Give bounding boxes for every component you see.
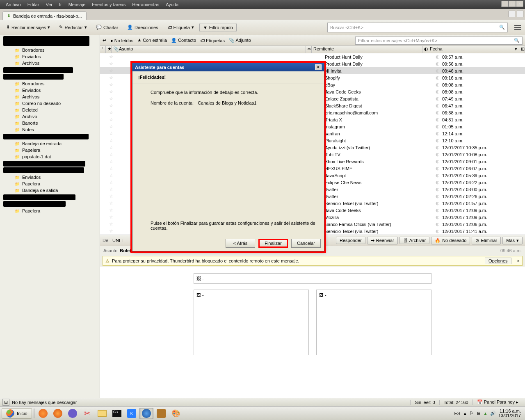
menu-ver[interactable]: Ver xyxy=(42,2,56,7)
folder-item[interactable]: 📁Papelera xyxy=(0,180,100,187)
message-preview[interactable]: 🖼 - 🖼 - 🖼 - xyxy=(100,267,525,406)
compose-button[interactable]: ✎Redactar ▾ xyxy=(55,23,91,32)
search-icon[interactable]: 🔍 xyxy=(499,25,505,30)
star-icon[interactable]: ☆ xyxy=(100,173,122,178)
col-subject[interactable]: Asunto xyxy=(117,46,306,53)
star-icon[interactable]: ☆ xyxy=(100,61,122,66)
taskbar-thunderbird[interactable] xyxy=(139,408,153,419)
quickfilter-button[interactable]: ▼Filtro rápido xyxy=(199,23,237,32)
taskbar-explorer[interactable] xyxy=(95,408,109,419)
col-from[interactable]: Remitente xyxy=(312,46,422,53)
tray-network-icon[interactable]: 🖥 xyxy=(476,411,481,416)
lang-indicator[interactable]: ES xyxy=(454,411,460,416)
search-input[interactable]: Buscar <Ctrl+K> 🔍 xyxy=(327,23,508,32)
folder-item[interactable]: 📁Deleted xyxy=(0,107,100,113)
tab-inbox[interactable]: ⬇ Bandeja de entrada - risa-beat-b... xyxy=(2,11,87,20)
star-icon[interactable]: ☆ xyxy=(100,131,122,136)
taskbar-firefox-2[interactable] xyxy=(51,408,65,419)
star-icon[interactable]: ☆ xyxy=(100,89,122,94)
get-messages-button[interactable]: ⬇Recibir mensajes ▾ xyxy=(2,23,54,32)
taskbar-java[interactable] xyxy=(154,408,168,419)
menu-button[interactable] xyxy=(513,23,523,32)
star-icon[interactable]: ☆ xyxy=(100,180,122,185)
star-icon[interactable]: ☆ xyxy=(100,228,122,234)
folder-item[interactable]: 📁Archivo xyxy=(0,113,100,120)
folder-item[interactable]: 📁Bandeja de entrada xyxy=(0,140,100,147)
close-button[interactable]: × xyxy=(516,1,523,7)
star-icon[interactable]: ☆ xyxy=(100,145,122,150)
star-icon[interactable]: ☆ xyxy=(100,208,122,213)
filter-tags[interactable]: 🏷 Etiquetas xyxy=(200,38,225,43)
taskbar-paint[interactable]: 🎨 xyxy=(169,408,183,419)
star-icon[interactable]: ☆ xyxy=(100,96,122,101)
star-icon[interactable]: ☆ xyxy=(100,187,122,192)
folder-item[interactable]: 📁Papelera xyxy=(0,208,100,214)
filter-attach[interactable]: 📎 Adjunto xyxy=(229,38,251,43)
forward-button[interactable]: ➡ Reenviar xyxy=(367,237,398,244)
folder-item[interactable]: 📁Bandeja de salida xyxy=(0,187,100,194)
maximize-button[interactable]: □ xyxy=(509,1,516,7)
star-icon[interactable]: ☆ xyxy=(100,138,122,143)
chat-button[interactable]: 💬Charlar xyxy=(92,23,122,32)
filter-contact[interactable]: 👤 Contacto xyxy=(171,38,196,43)
menu-archivo[interactable]: Archivo xyxy=(2,2,24,7)
back-button[interactable]: < Atrás xyxy=(226,239,255,248)
star-icon[interactable]: ☆ xyxy=(100,68,122,73)
menu-ir[interactable]: Ir xyxy=(56,2,65,7)
tray-drive-icon[interactable]: ▲ xyxy=(483,411,488,416)
taskbar-app-purple[interactable] xyxy=(66,408,80,419)
taskbar-keepass[interactable]: K xyxy=(125,408,139,419)
activity-icon[interactable]: ⊞ xyxy=(2,399,9,406)
message-row[interactable]: ☆Product Hunt Daily◐09:57 a.m. xyxy=(100,53,525,60)
star-icon[interactable]: ☆ xyxy=(100,159,122,164)
menu-ayuda[interactable]: Ayuda xyxy=(162,2,182,7)
finish-button[interactable]: Finalizar xyxy=(258,239,288,248)
taskbar-firefox[interactable] xyxy=(36,408,50,419)
col-thread[interactable]: ᵗ xyxy=(100,46,106,53)
delete-button[interactable]: ⊘ Eliminar xyxy=(472,237,501,244)
folder-item[interactable]: 📁Borradores xyxy=(0,47,100,53)
taskbar-terminal[interactable]: C:\ xyxy=(110,408,124,419)
addresses-button[interactable]: 👤Direcciones xyxy=(123,23,162,32)
filter-messages-input[interactable]: Filtrar estos mensajes <Ctrl+Mayús+K> 🔍 xyxy=(355,37,523,45)
filter-star[interactable]: ★ Con estrella xyxy=(137,38,167,43)
col-attach[interactable]: 📎 xyxy=(112,46,117,53)
cancel-button[interactable]: Cancelar xyxy=(291,239,321,248)
col-read[interactable]: ∞ xyxy=(306,46,312,53)
minimize-button[interactable]: _ xyxy=(501,1,509,7)
menu-herramientas[interactable]: Herramientas xyxy=(129,2,162,7)
tasks-icon[interactable] xyxy=(517,11,523,17)
dialog-titlebar[interactable]: Asistente para cuentas × xyxy=(132,63,324,71)
star-icon[interactable]: ☆ xyxy=(100,103,122,108)
junk-button[interactable]: 🔥 No deseado xyxy=(431,237,470,244)
folder-item[interactable]: 📁popstate-1.dat xyxy=(0,153,100,160)
star-icon[interactable]: ☆ xyxy=(100,152,122,157)
menu-eventos[interactable]: Eventos y tareas xyxy=(89,2,129,7)
privacy-options-button[interactable]: Opciones xyxy=(485,258,511,264)
star-icon[interactable]: ☆ xyxy=(100,221,122,227)
col-cd[interactable]: ◐ xyxy=(422,46,428,53)
menu-mensaje[interactable]: Mensaje xyxy=(65,2,89,7)
col-star[interactable]: ★ xyxy=(106,46,112,53)
more-button[interactable]: Más ▾ xyxy=(502,237,523,244)
folder-item[interactable]: 📁Enviados xyxy=(0,87,100,94)
col-picker[interactable]: ⊞ xyxy=(519,46,525,53)
reply-button[interactable]: Responder xyxy=(336,237,365,244)
folder-item[interactable]: 📁Correo no deseado xyxy=(0,100,100,107)
folder-item[interactable]: 📁Enviados xyxy=(0,53,100,60)
star-icon[interactable]: ☆ xyxy=(100,201,122,206)
clock[interactable]: 11:16 a.m. 13/01/2017 xyxy=(498,409,521,418)
star-icon[interactable]: ☆ xyxy=(100,75,122,80)
tray-flag-icon[interactable]: ⚐ xyxy=(470,411,474,416)
folder-item[interactable]: 📁Banorte xyxy=(0,120,100,126)
folder-item[interactable]: 📁Enviados xyxy=(0,174,100,180)
star-icon[interactable]: ☆ xyxy=(100,82,122,87)
folder-item[interactable]: 📁Archivos xyxy=(0,94,100,100)
tray-up-icon[interactable]: ▲ xyxy=(463,411,467,416)
archive-button[interactable]: 🗄 Archivar xyxy=(399,237,429,244)
back-arrow-icon[interactable]: ↩ xyxy=(103,38,106,43)
calendar-icon[interactable] xyxy=(509,11,515,17)
folder-item[interactable]: 📁Papelera xyxy=(0,147,100,153)
close-icon[interactable]: × xyxy=(517,258,520,263)
filter-unread[interactable]: ● No leídos xyxy=(110,38,133,43)
